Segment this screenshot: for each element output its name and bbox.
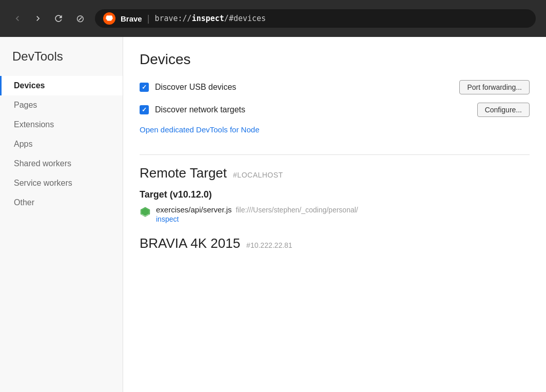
sidebar-item-pages[interactable]: Pages: [0, 95, 123, 115]
usb-option-left: Discover USB devices: [140, 83, 236, 92]
sidebar-item-service-workers[interactable]: Service workers: [0, 173, 123, 193]
remote-target-tag: #LOCALHOST: [233, 171, 283, 179]
usb-checkbox[interactable]: [140, 83, 149, 92]
back-button[interactable]: [10, 11, 25, 26]
usb-option-row: Discover USB devices Port forwarding...: [140, 80, 530, 94]
sidebar-item-devices[interactable]: Devices: [0, 76, 123, 95]
remote-target-heading: Remote Target #LOCALHOST: [140, 165, 530, 181]
url-suffix: /#devices: [224, 14, 266, 23]
target-file-row: exercises/api/server.js file:///Users/st…: [156, 205, 358, 214]
sidebar: DevTools Devices Pages Extensions Apps S…: [0, 37, 123, 392]
configure-button[interactable]: Configure...: [477, 103, 530, 117]
sidebar-item-pages-label: Pages: [14, 101, 37, 110]
nav-buttons: [10, 11, 66, 26]
page-title: Devices: [140, 51, 530, 68]
content-area: Devices Discover USB devices Port forwar…: [123, 37, 546, 392]
sidebar-item-service-workers-label: Service workers: [14, 179, 72, 188]
refresh-button[interactable]: [51, 11, 66, 26]
sidebar-item-extensions[interactable]: Extensions: [0, 115, 123, 134]
nodejs-icon: [140, 206, 151, 218]
url-separator: |: [147, 13, 150, 24]
sidebar-item-shared-workers[interactable]: Shared workers: [0, 154, 123, 173]
sidebar-item-devices-label: Devices: [14, 81, 45, 90]
bookmark-icon[interactable]: ⊘: [76, 12, 85, 25]
network-checkbox[interactable]: [140, 105, 149, 114]
sidebar-item-other-label: Other: [14, 198, 34, 207]
sidebar-item-other[interactable]: Other: [0, 193, 123, 212]
sidebar-title: DevTools: [0, 49, 123, 76]
network-option-left: Discover network targets: [140, 105, 245, 114]
bravia-ip: #10.222.22.81: [246, 241, 292, 249]
brave-label: Brave: [121, 14, 142, 23]
target-filename: exercises/api/server.js: [156, 205, 232, 214]
node-devtools-link[interactable]: Open dedicated DevTools for Node: [140, 125, 259, 134]
sidebar-item-shared-workers-label: Shared workers: [14, 159, 71, 168]
port-forwarding-button[interactable]: Port forwarding...: [459, 80, 530, 94]
network-label: Discover network targets: [155, 105, 245, 114]
sidebar-item-apps-label: Apps: [14, 140, 32, 149]
remote-target-title: Remote Target: [140, 165, 227, 181]
usb-label: Discover USB devices: [155, 83, 236, 92]
sidebar-item-apps[interactable]: Apps: [0, 134, 123, 154]
target-entry: exercises/api/server.js file:///Users/st…: [140, 205, 530, 223]
url-bold: inspect: [192, 14, 224, 23]
network-option-row: Discover network targets Configure...: [140, 103, 530, 117]
target-version: Target (v10.12.0): [140, 189, 530, 200]
browser-chrome: ⊘ Brave | brave://inspect/#devices: [0, 0, 546, 37]
bravia-heading: BRAVIA 4K 2015 #10.222.22.81: [140, 236, 530, 251]
url-prefix: brave://: [154, 14, 191, 23]
brave-logo-icon: [103, 12, 115, 25]
forward-button[interactable]: [31, 11, 45, 26]
url-text: brave://inspect/#devices: [154, 14, 266, 23]
target-inspect-link[interactable]: inspect: [156, 215, 358, 223]
main-layout: DevTools Devices Pages Extensions Apps S…: [0, 37, 546, 392]
section-divider: [140, 154, 530, 155]
address-bar[interactable]: Brave | brave://inspect/#devices: [95, 9, 536, 28]
sidebar-item-extensions-label: Extensions: [14, 120, 54, 129]
target-info: exercises/api/server.js file:///Users/st…: [156, 205, 358, 223]
bravia-title-text: BRAVIA 4K 2015: [140, 236, 240, 251]
target-filepath: file:///Users/stephen/_coding/personal/: [236, 206, 358, 214]
